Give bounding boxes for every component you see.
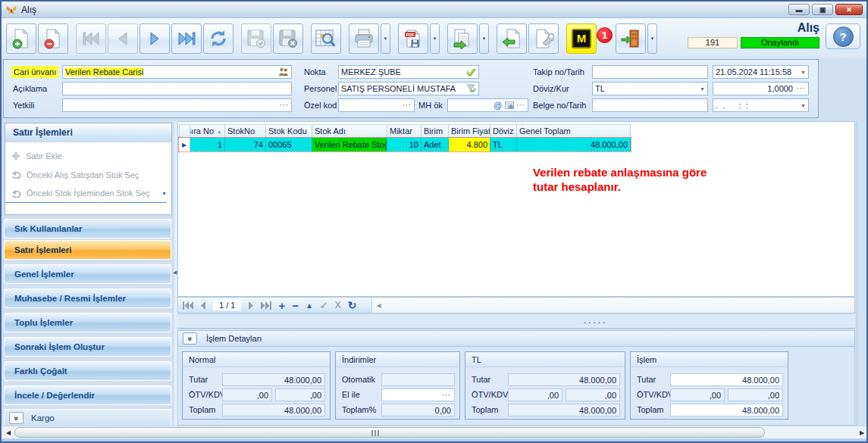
islem-toplam-field[interactable]: 48.000,00 — [670, 404, 783, 416]
task-item-onceki-alis[interactable]: Önceki Alış Satışdan Stok Seç — [5, 165, 171, 184]
tl-tutar-field[interactable]: 48.000,00 — [508, 373, 620, 386]
col-genel-toplam[interactable]: Genel Toplam — [517, 124, 631, 138]
takip-no-field[interactable] — [592, 65, 708, 79]
at-sign-icon[interactable]: @ — [494, 101, 502, 110]
yetkili-ellipsis-button[interactable]: ··· — [280, 101, 289, 109]
el-ile-field[interactable]: ··· — [381, 388, 455, 401]
new-record-button[interactable] — [6, 23, 36, 54]
close-button[interactable]: ✕ — [835, 4, 863, 15]
preview-button[interactable] — [311, 23, 341, 54]
minimize-button[interactable]: ▬ — [788, 4, 810, 15]
more-items-dropdown-icon[interactable]: ▼ — [161, 191, 167, 196]
sidebar-section-muhasebe[interactable]: Muhasebe / Resmi İşlemler — [4, 289, 171, 308]
aciklama-field[interactable] — [62, 82, 292, 95]
bottom-scrollbar[interactable]: ◀ ▶ — [2, 426, 868, 438]
row-add-button[interactable]: + — [278, 299, 285, 312]
save-close-button[interactable] — [273, 23, 303, 54]
copy-dropdown[interactable]: ▼ — [479, 23, 489, 54]
sidebar-section-sik-kullanilanlar[interactable]: Sık Kullanılanlar — [4, 219, 171, 239]
yetkili-field[interactable]: ··· — [62, 98, 292, 112]
date-dropdown-icon[interactable]: ▼ — [801, 70, 806, 75]
ozel-kod-ellipsis-button[interactable]: ··· — [403, 101, 412, 109]
row-confirm-button[interactable]: ✓ — [320, 300, 328, 311]
col-birim[interactable]: Birim — [421, 124, 449, 138]
scroll-left-arrow[interactable]: ◀ — [3, 428, 14, 438]
cell-genel-toplam[interactable]: 48.000,00 — [517, 138, 631, 151]
normal-otv-field[interactable]: ,00 — [222, 388, 272, 401]
task-item-onceki-stok[interactable]: Önceki Stok İşleminden Stok Seç ▼ — [5, 184, 167, 203]
contacts-icon[interactable] — [278, 67, 289, 76]
cell-birim[interactable]: Adet — [421, 138, 449, 151]
sidebar-section-genel-islemler[interactable]: Genel İşlemler — [4, 264, 171, 284]
cell-sira-no[interactable]: 1 — [190, 138, 225, 151]
personel-field[interactable]: SATIŞ PERSONELİ MUSTAFA — [338, 82, 479, 95]
currency-select[interactable]: TL▼ — [592, 82, 708, 95]
col-stok-adi[interactable]: Stok Adı — [312, 124, 387, 138]
nav-first-button[interactable] — [183, 301, 193, 310]
print-dropdown[interactable]: ▼ — [381, 23, 390, 54]
exit-button[interactable] — [616, 23, 646, 54]
row-refresh-button[interactable]: ↻ — [348, 299, 357, 311]
scrollbar-thumb[interactable] — [14, 427, 765, 438]
exit-dropdown[interactable]: ▼ — [647, 23, 657, 54]
currency-dropdown-icon[interactable]: ▼ — [700, 86, 705, 92]
col-stok-no[interactable]: StokNo — [225, 124, 266, 138]
cell-birim-fiyat[interactable]: 4.800 — [449, 138, 490, 151]
last-record-button[interactable] — [171, 23, 202, 54]
sidebar-section-satir-islemleri[interactable]: Satır İşlemleri — [4, 240, 171, 260]
pdf-export-button[interactable]: PDF — [398, 23, 428, 54]
toplam-pct-field[interactable]: 0,00 — [381, 404, 455, 416]
sidebar-kargo-bar[interactable]: » Kargo — [4, 409, 171, 426]
next-record-button[interactable] — [139, 23, 170, 54]
otomatik-field[interactable] — [381, 373, 455, 386]
previous-record-button[interactable] — [108, 23, 138, 54]
belge-date-field[interactable]: . . : :▼ — [713, 98, 809, 112]
cell-doviz[interactable]: TL — [490, 138, 517, 151]
cell-stok-kodu[interactable]: 00065 — [266, 138, 312, 151]
col-miktar[interactable]: Miktar — [387, 124, 421, 138]
nav-prev-button[interactable] — [200, 301, 206, 310]
mh-ok-field[interactable]: @ ··· — [447, 98, 528, 112]
tl-toplam-field[interactable]: 48.000,00 — [508, 404, 620, 416]
grid-hscroll[interactable]: ◀ — [371, 298, 855, 313]
cell-stok-no[interactable]: 74 — [225, 138, 266, 151]
task-item-satir-ekle[interactable]: Satır Ekle — [5, 146, 171, 165]
collapse-sidebar-icon[interactable]: ◀ — [173, 270, 177, 276]
tl-otv-field[interactable]: ,00 — [508, 388, 562, 401]
cell-miktar[interactable]: 10 — [387, 138, 421, 151]
exchange-rate-field[interactable]: 1,0000··· — [713, 82, 809, 95]
nav-next-button[interactable] — [248, 301, 254, 310]
normal-kdv-field[interactable]: ,00 — [275, 388, 325, 401]
islem-otv-field[interactable]: ,00 — [670, 388, 725, 401]
sidebar-section-toplu-islemler[interactable]: Toplu İşlemler — [4, 313, 171, 332]
belge-date-dropdown-icon[interactable]: ▼ — [801, 103, 806, 108]
cari-unvani-field[interactable]: Verilen Rebate Carisi — [62, 65, 292, 79]
delete-record-button[interactable] — [38, 23, 68, 54]
filter-check-icon[interactable] — [466, 84, 476, 93]
tl-kdv-field[interactable]: ,00 — [566, 388, 620, 401]
refresh-button[interactable] — [203, 23, 233, 54]
sheet-view-icon[interactable] — [505, 101, 514, 109]
normal-toplam-field[interactable]: 48.000,00 — [222, 404, 325, 416]
col-birim-fiyat[interactable]: Birim Fiyat — [449, 124, 490, 138]
el-ile-ellipsis-button[interactable]: ··· — [442, 392, 451, 399]
copy-document-button[interactable] — [447, 23, 478, 54]
sidebar-section-incele[interactable]: İncele / Değerlendir — [4, 385, 171, 405]
islem-tutar-field[interactable]: 48.000,00 — [670, 373, 783, 386]
import-document-button[interactable] — [497, 23, 527, 54]
rate-ellipsis-button[interactable]: ··· — [797, 85, 806, 92]
row-edit-button[interactable]: ▲ — [306, 301, 313, 310]
row-cancel-button[interactable]: X — [335, 300, 341, 310]
col-stok-kodu[interactable]: Stok Kodu — [266, 124, 312, 138]
mikro-m-button[interactable]: M — [566, 23, 597, 54]
expand-kargo-button[interactable]: » — [9, 412, 24, 424]
belge-no-field[interactable] — [592, 98, 708, 112]
grid-hscroll-left-icon[interactable]: ◀ — [377, 302, 381, 309]
normal-tutar-field[interactable]: 48.000,00 — [222, 373, 325, 386]
grid-row-1[interactable]: ▶ 1 74 00065 Verilen Rebate Stoğu 10 Ade… — [179, 138, 631, 151]
restore-button[interactable]: ▣ — [812, 4, 833, 15]
nav-last-button[interactable] — [261, 301, 271, 310]
details-splitter[interactable]: ····· — [177, 315, 855, 329]
collapse-details-button[interactable]: » — [183, 332, 197, 345]
right-scroll-strip[interactable] — [857, 121, 868, 426]
